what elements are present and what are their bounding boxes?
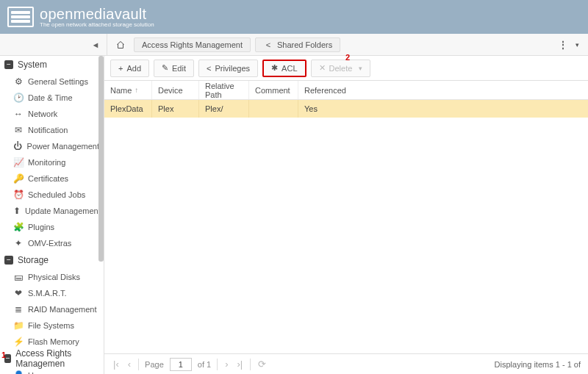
refresh-button[interactable]: ⟳ <box>257 359 268 370</box>
edit-button[interactable]: ✎Edit <box>154 60 194 77</box>
sidebar-group[interactable]: −Access Rights Managemen <box>0 350 104 367</box>
pager-status: Displaying items 1 - 1 of <box>495 360 581 369</box>
cell-ref: Yes <box>298 100 347 118</box>
logo-icon <box>7 7 34 27</box>
acl-button[interactable]: ✱ACL <box>262 60 306 77</box>
sidebar-item-icon: ❤ <box>13 288 24 298</box>
page-next-button[interactable]: › <box>223 359 229 370</box>
home-button[interactable] <box>112 37 129 53</box>
sidebar-item[interactable]: 🖴Physical Disks <box>0 269 104 285</box>
annotation-2: 2 <box>345 53 350 62</box>
table-row[interactable]: PlexData Plex Plex/ Yes <box>104 100 588 118</box>
sidebar-item-label: Plugins <box>28 223 54 231</box>
page-input[interactable] <box>170 358 192 371</box>
brand-text: openmediavault The open network attached… <box>40 7 154 28</box>
breadcrumb-section[interactable]: Access Rights Management <box>134 37 251 52</box>
main-panel: 2 +Add ✎Edit <Privileges ✱ACL ✕Delete▾ N… <box>104 56 588 374</box>
sidebar-item-icon: ✦ <box>13 238 24 248</box>
edit-icon: ✎ <box>162 63 168 73</box>
sidebar-item[interactable]: ⏰Scheduled Jobs <box>0 187 104 203</box>
sidebar-item-icon: ⚡ <box>13 337 24 347</box>
sidebar-item[interactable]: ≣RAID Management <box>0 301 104 317</box>
x-icon: ✕ <box>319 63 326 73</box>
sidebar-item[interactable]: 📁File Systems <box>0 317 104 334</box>
sidebar-item[interactable]: ⏻Power Management <box>0 138 104 154</box>
page-label: Page <box>145 360 164 369</box>
sidebar-item-icon: 🕑 <box>13 93 24 103</box>
sidebar-item[interactable]: ⬆Update Management <box>0 203 104 219</box>
col-header-path[interactable]: Relative Path <box>199 81 249 99</box>
sidebar-item-label: User <box>28 371 45 374</box>
brand-subtitle: The open network attached storage soluti… <box>40 21 154 28</box>
grid-body[interactable]: PlexData Plex Plex/ Yes <box>104 100 588 353</box>
chevron-down-icon[interactable]: ▾ <box>576 41 579 48</box>
sidebar-item-label: Network <box>28 109 57 118</box>
cell-device: Plex <box>152 100 199 118</box>
sidebar-item-label: S.M.A.R.T. <box>28 289 67 298</box>
breadcrumb-page-label: Shared Folders <box>277 40 332 49</box>
sidebar-item-label: Notification <box>28 126 68 134</box>
top-bar: ◂ Access Rights Management < Shared Fold… <box>0 34 588 56</box>
sidebar-item[interactable]: ↔Network <box>0 106 104 122</box>
sidebar-item-icon: 🖴 <box>13 272 24 282</box>
sidebar-item-label: Flash Memory <box>28 337 79 346</box>
sidebar-item[interactable]: 🧩Plugins <box>0 219 104 235</box>
sidebar-item[interactable]: 📈Monitoring <box>0 154 104 170</box>
sidebar-item-label: General Settings <box>28 77 88 86</box>
privileges-button[interactable]: <Privileges <box>198 60 258 77</box>
sidebar-item[interactable]: ✉Notification <box>0 122 104 138</box>
minus-icon: − <box>4 60 13 69</box>
breadcrumb-page[interactable]: < Shared Folders <box>255 37 340 52</box>
sidebar-item[interactable]: ✦OMV-Extras <box>0 235 104 251</box>
share-icon: < <box>263 40 273 49</box>
cell-comment <box>249 100 298 118</box>
col-header-name[interactable]: Name↑ <box>104 81 152 99</box>
cell-path: Plex/ <box>199 100 249 118</box>
sidebar-item[interactable]: 🔑Certificates <box>0 170 104 187</box>
collapse-sidebar-button[interactable]: ◂ <box>4 34 107 56</box>
sidebar-item-icon: ⏰ <box>13 190 24 200</box>
page-first-button[interactable]: |‹ <box>112 359 121 370</box>
sidebar-item-icon: ✉ <box>13 125 24 135</box>
sidebar-item-icon: 🧩 <box>13 222 24 232</box>
delete-button[interactable]: ✕Delete▾ <box>311 60 371 77</box>
sidebar-item-label: Power Management <box>27 142 99 151</box>
sidebar-item[interactable]: 🕑Date & Time <box>0 90 104 106</box>
col-header-referenced[interactable]: Referenced <box>298 81 347 99</box>
scrollbar-thumb[interactable] <box>98 56 104 262</box>
col-header-device[interactable]: Device <box>152 81 199 99</box>
sidebar-item[interactable]: ⚙General Settings <box>0 73 104 90</box>
add-button[interactable]: +Add <box>110 60 149 77</box>
cell-name: PlexData <box>104 100 152 118</box>
person-icon: ✱ <box>271 63 278 73</box>
sidebar-item-label: File Systems <box>28 321 74 330</box>
sidebar-item-label: Scheduled Jobs <box>28 190 85 199</box>
sidebar-item[interactable]: ❤S.M.A.R.T. <box>0 285 104 301</box>
page-prev-button[interactable]: ‹ <box>126 359 132 370</box>
sidebar[interactable]: −System⚙General Settings🕑Date & Time↔Net… <box>0 56 104 374</box>
toolbar: 2 +Add ✎Edit <Privileges ✱ACL ✕Delete▾ <box>104 56 588 81</box>
overflow-menu-button[interactable]: ⋮ <box>556 40 571 50</box>
sidebar-item-label: Physical Disks <box>28 273 80 281</box>
brand-title: openmediavault <box>40 7 154 21</box>
minus-icon: − <box>4 256 13 265</box>
chevron-down-icon: ▾ <box>359 65 362 72</box>
sidebar-item[interactable]: ⚡Flash Memory <box>0 334 104 350</box>
annotation-1: 1 <box>1 350 6 359</box>
sidebar-item-icon: ↔ <box>13 109 24 119</box>
page-last-button[interactable]: ›| <box>235 359 244 370</box>
sidebar-group[interactable]: −System <box>0 56 104 73</box>
plus-icon: + <box>118 64 123 73</box>
sidebar-item-icon: ⚙ <box>13 76 24 87</box>
sort-asc-icon: ↑ <box>135 86 138 94</box>
sidebar-group-label: Access Rights Managemen <box>15 348 99 369</box>
sidebar-item-icon: ≣ <box>13 304 24 314</box>
pager: |‹ ‹ Page of 1 › ›| ⟳ Displaying items 1… <box>104 353 588 374</box>
sidebar-item-label: RAID Management <box>28 305 97 314</box>
sidebar-group-label: System <box>18 60 47 70</box>
home-icon <box>116 40 125 49</box>
col-header-comment[interactable]: Comment <box>249 81 298 99</box>
sidebar-item-label: Monitoring <box>28 158 65 167</box>
sidebar-group[interactable]: −Storage <box>0 251 104 269</box>
sidebar-group-label: Storage <box>18 255 49 265</box>
